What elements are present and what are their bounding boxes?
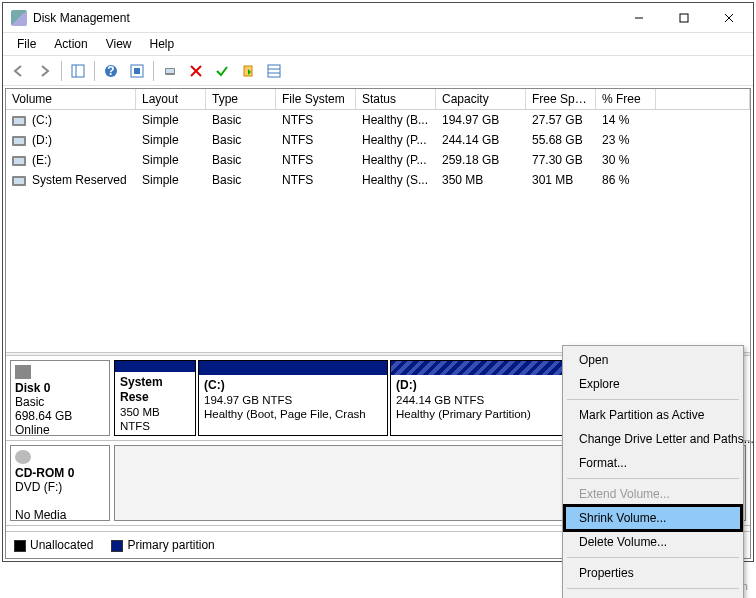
titlebar: Disk Management [3,3,753,33]
window-title: Disk Management [33,11,616,25]
col-free[interactable]: Free Spa... [526,89,596,109]
svg-rect-4 [72,65,84,77]
volume-icon [12,116,26,126]
close-button[interactable] [706,4,751,32]
ctx-sep [567,399,739,400]
ctx-change-letter[interactable]: Change Drive Letter and Paths... [565,427,741,451]
delete-icon[interactable] [184,59,208,83]
legend-unallocated: Unallocated [14,538,93,552]
menu-view[interactable]: View [98,35,140,53]
volume-row[interactable]: System ReservedSimpleBasicNTFSHealthy (S… [6,170,750,190]
settings-button[interactable] [125,59,149,83]
ctx-extend-volume: Extend Volume... [565,482,741,506]
svg-rect-1 [680,14,688,22]
disk0-header[interactable]: Disk 0 Basic 698.64 GB Online [10,360,110,436]
ctx-sep [567,557,739,558]
cdrom-header[interactable]: CD-ROM 0 DVD (F:) No Media [10,445,110,521]
disk-icon [15,365,31,379]
ctx-help[interactable]: Help [565,592,741,598]
cdrom-icon [15,450,31,464]
ctx-shrink-volume[interactable]: Shrink Volume... [565,506,741,530]
context-menu: Open Explore Mark Partition as Active Ch… [562,345,744,598]
cdrom-name: CD-ROM 0 [15,466,74,480]
col-status[interactable]: Status [356,89,436,109]
maximize-button[interactable] [661,4,706,32]
apply-icon[interactable] [210,59,234,83]
svg-rect-15 [268,65,280,77]
cdrom-state: No Media [15,508,66,522]
disk0-state: Online [15,423,50,437]
forward-button[interactable] [33,59,57,83]
col-type[interactable]: Type [206,89,276,109]
col-volume[interactable]: Volume [6,89,136,109]
volume-row[interactable]: (E:)SimpleBasicNTFSHealthy (P...259.18 G… [6,150,750,170]
menu-help[interactable]: Help [142,35,183,53]
toolbar: ? [3,56,753,86]
col-pctfree[interactable]: % Free [596,89,656,109]
col-filesystem[interactable]: File System [276,89,356,109]
partition[interactable]: (D:)244.14 GB NTFSHealthy (Primary Parti… [390,360,576,436]
svg-text:?: ? [107,64,114,78]
disk0-name: Disk 0 [15,381,50,395]
ctx-sep [567,478,739,479]
list-icon[interactable] [262,59,286,83]
ctx-sep [567,588,739,589]
action-icon[interactable] [236,59,260,83]
volume-icon [12,176,26,186]
partition[interactable]: (C:)194.97 GB NTFSHealthy (Boot, Page Fi… [198,360,388,436]
back-button[interactable] [7,59,31,83]
partition[interactable]: System Rese350 MB NTFSHealthy (Syst [114,360,196,436]
ctx-open[interactable]: Open [565,348,741,372]
ctx-explore[interactable]: Explore [565,372,741,396]
volume-icon [12,156,26,166]
svg-rect-11 [166,69,174,73]
show-hide-tree-button[interactable] [66,59,90,83]
ctx-format[interactable]: Format... [565,451,741,475]
volume-list[interactable]: Volume Layout Type File System Status Ca… [6,89,750,352]
menu-action[interactable]: Action [46,35,95,53]
volume-row[interactable]: (C:)SimpleBasicNTFSHealthy (B...194.97 G… [6,110,750,130]
help-button[interactable]: ? [99,59,123,83]
disk0-type: Basic [15,395,44,409]
volume-header-row: Volume Layout Type File System Status Ca… [6,89,750,110]
menu-file[interactable]: File [9,35,44,53]
svg-rect-9 [134,68,140,74]
volume-icon [12,136,26,146]
legend-primary: Primary partition [111,538,214,552]
disk0-size: 698.64 GB [15,409,72,423]
col-spacer [656,89,750,109]
col-capacity[interactable]: Capacity [436,89,526,109]
ctx-delete-volume[interactable]: Delete Volume... [565,530,741,554]
volume-row[interactable]: (D:)SimpleBasicNTFSHealthy (P...244.14 G… [6,130,750,150]
app-icon [11,10,27,26]
col-layout[interactable]: Layout [136,89,206,109]
cdrom-type: DVD (F:) [15,480,62,494]
refresh-button[interactable] [158,59,182,83]
minimize-button[interactable] [616,4,661,32]
ctx-mark-active[interactable]: Mark Partition as Active [565,403,741,427]
ctx-properties[interactable]: Properties [565,561,741,585]
menubar: File Action View Help [3,33,753,56]
